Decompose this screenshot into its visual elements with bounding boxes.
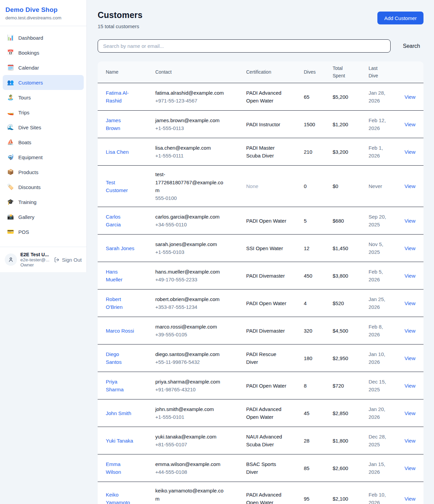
- nav-icon: 💳: [7, 229, 14, 235]
- table-row: Priya Sharma priya.sharma@example.com +9…: [98, 372, 423, 399]
- sidebar-item[interactable]: 🚤 Trips: [3, 105, 84, 120]
- customer-email: marco.rossi@example.com: [155, 323, 227, 331]
- customer-phone: +44-555-0108: [155, 468, 227, 476]
- customer-email: lisa.chen@example.com: [155, 144, 227, 152]
- view-customer-link[interactable]: View: [405, 218, 415, 224]
- customer-actions-cell: View: [405, 377, 423, 394]
- sidebar-item[interactable]: 🗓️ Calendar: [3, 60, 84, 75]
- customer-name-link[interactable]: Fatima Al-Rashid: [106, 89, 135, 105]
- avatar: [5, 254, 17, 266]
- view-customer-link[interactable]: View: [405, 245, 415, 251]
- customer-name-link[interactable]: Yuki Tanaka: [106, 437, 133, 445]
- customer-dives-cell: 5: [304, 212, 333, 229]
- customer-certification-cell: PADI Advanced Open Water: [246, 84, 304, 110]
- sidebar-item[interactable]: 📦 Products: [3, 165, 84, 180]
- sidebar-item-label: Dashboard: [18, 35, 43, 41]
- customer-name-link[interactable]: Test Customer: [106, 179, 135, 194]
- customer-name-link[interactable]: James Brown: [106, 116, 135, 132]
- customer-contact-cell: lisa.chen@example.com +1-555-0111: [155, 139, 246, 165]
- customer-name-cell: Hans Mueller: [106, 263, 155, 288]
- table-row: James Brown james.brown@example.com +1-5…: [98, 111, 423, 138]
- customer-name-link[interactable]: Diego Santos: [106, 350, 135, 366]
- customer-actions-cell: View: [405, 116, 423, 133]
- sidebar-item[interactable]: 🌊 Dive Sites: [3, 120, 84, 135]
- customer-email: john.smith@example.com: [155, 405, 227, 413]
- customer-phone: +91-98765-43210: [155, 386, 227, 393]
- user-name: E2E Test U...: [20, 252, 51, 257]
- customer-total-spent-cell: $3,200: [333, 143, 369, 161]
- customer-total-spent-cell: $5,200: [333, 88, 369, 106]
- customer-name-link[interactable]: Marco Rossi: [106, 327, 134, 335]
- view-customer-link[interactable]: View: [405, 410, 415, 416]
- customer-dives-cell: 180: [304, 350, 333, 367]
- customer-contact-cell: yuki.tanaka@example.com +81-555-0107: [155, 428, 246, 453]
- view-customer-link[interactable]: View: [405, 328, 415, 334]
- nav-icon: 📅: [7, 50, 14, 55]
- view-customer-link[interactable]: View: [405, 383, 415, 389]
- nav-icon: 🌊: [7, 125, 14, 130]
- sidebar-item[interactable]: 📸 Gallery: [3, 209, 84, 224]
- customer-name-link[interactable]: Robert O'Brien: [106, 295, 135, 311]
- customer-name-link[interactable]: Sarah Jones: [106, 244, 134, 252]
- sidebar-item[interactable]: 📅 Bookings: [3, 45, 84, 60]
- customer-phone: +971-55-123-4567: [155, 97, 227, 105]
- add-customer-button[interactable]: Add Customer: [377, 12, 423, 24]
- sidebar-item[interactable]: 📊 Dashboard: [3, 30, 84, 45]
- customer-name-link[interactable]: Hans Mueller: [106, 268, 135, 284]
- view-customer-link[interactable]: View: [405, 465, 415, 471]
- sidebar-item-label: Discounts: [18, 184, 41, 190]
- customer-name-link[interactable]: Priya Sharma: [106, 378, 135, 394]
- sidebar-item[interactable]: 🤿 Equipment: [3, 150, 84, 165]
- customer-phone: +353-87-555-1234: [155, 303, 227, 311]
- view-customer-link[interactable]: View: [405, 355, 415, 361]
- table-row: Carlos Garcia carlos.garcia@example.com …: [98, 207, 423, 235]
- sidebar-item[interactable]: 👥 Customers: [3, 75, 84, 90]
- view-customer-link[interactable]: View: [405, 273, 415, 279]
- customer-phone: +1-555-0103: [155, 248, 227, 256]
- sidebar-item[interactable]: 🏷️ Discounts: [3, 180, 84, 194]
- view-customer-link[interactable]: View: [405, 438, 415, 444]
- sidebar-item-label: Trips: [18, 110, 29, 115]
- customer-contact-cell: priya.sharma@example.com +91-98765-43210: [155, 373, 246, 398]
- customer-name-link[interactable]: Carlos Garcia: [106, 213, 135, 229]
- view-customer-link[interactable]: View: [405, 122, 415, 127]
- search-button[interactable]: Search: [399, 43, 423, 49]
- customer-dives-cell: 12: [304, 240, 333, 257]
- sidebar-item-label: Customers: [18, 80, 43, 86]
- customer-total-spent-cell: $1,200: [333, 116, 369, 133]
- view-customer-link[interactable]: View: [405, 300, 415, 306]
- nav-icon: 👥: [7, 80, 14, 85]
- col-header-last-dive: Last Dive: [369, 61, 405, 83]
- customer-certification-cell: PADI Open Water: [246, 295, 304, 312]
- customer-certification-cell: PADI Divemaster: [246, 322, 304, 339]
- customer-actions-cell: View: [405, 295, 423, 312]
- customer-dives-cell: 65: [304, 88, 333, 106]
- customer-last-dive-cell: Feb 5, 2026: [369, 263, 405, 288]
- customer-last-dive-cell: Dec 28, 2025: [369, 428, 405, 453]
- sidebar-item[interactable]: ⛵ Boats: [3, 135, 84, 150]
- customer-actions-cell: View: [405, 432, 423, 449]
- customer-dives-cell: 320: [304, 322, 333, 339]
- sidebar-item[interactable]: 🎓 Training: [3, 194, 84, 209]
- view-customer-link[interactable]: View: [405, 149, 415, 155]
- table-row: John Smith john.smith@example.com +1-555…: [98, 399, 423, 427]
- customer-email: sarah.jones@example.com: [155, 240, 227, 248]
- customer-certification-cell: PADI Open Water: [246, 377, 304, 394]
- search-input[interactable]: [98, 39, 391, 53]
- view-customer-link[interactable]: View: [405, 94, 415, 100]
- customer-name-link[interactable]: Keiko Yamamoto: [106, 491, 135, 504]
- customer-certification-cell: PADI Open Water: [246, 212, 304, 229]
- sign-out-button[interactable]: Sign Out: [54, 257, 82, 263]
- view-customer-link[interactable]: View: [405, 496, 415, 502]
- customer-name-link[interactable]: John Smith: [106, 409, 131, 417]
- view-customer-link[interactable]: View: [405, 183, 415, 189]
- customer-last-dive-cell: Feb 1, 2026: [369, 139, 405, 165]
- customer-contact-cell: test-1772681807767@example.com 555-0100: [155, 166, 246, 207]
- customer-actions-cell: View: [405, 460, 423, 477]
- sidebar-item[interactable]: 💳 POS: [3, 224, 84, 239]
- sidebar-item-label: Calendar: [18, 65, 39, 71]
- customer-name-link[interactable]: Emma Wilson: [106, 460, 135, 476]
- customer-dives-cell: 8: [304, 377, 333, 394]
- customer-name-link[interactable]: Lisa Chen: [106, 148, 129, 156]
- sidebar-item[interactable]: 🏝️ Tours: [3, 90, 84, 105]
